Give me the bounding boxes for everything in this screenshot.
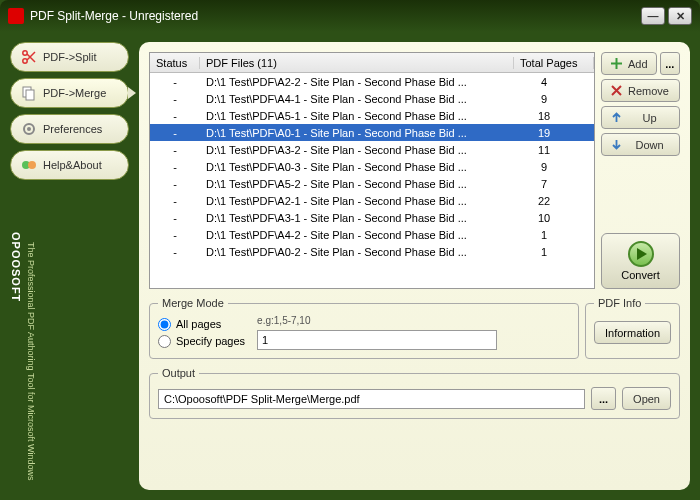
x-icon bbox=[610, 84, 623, 97]
sidebar-item-help[interactable]: Help&About bbox=[10, 150, 129, 180]
app-icon bbox=[8, 8, 24, 24]
sidebar: PDF->Split PDF->Merge Preferences Help&A… bbox=[10, 42, 129, 490]
open-output-button[interactable]: Open bbox=[622, 387, 671, 410]
add-menu-button[interactable]: ... bbox=[660, 52, 680, 75]
specify-pages-input[interactable] bbox=[257, 330, 497, 350]
table-row[interactable]: -D:\1 Test\PDF\A0-1 - Site Plan - Second… bbox=[150, 124, 594, 141]
arrow-up-icon bbox=[610, 111, 623, 124]
radio-specify-pages[interactable]: Specify pages bbox=[158, 335, 245, 348]
convert-label: Convert bbox=[621, 269, 660, 281]
cell-pages: 22 bbox=[514, 195, 594, 207]
radio-specify-input[interactable] bbox=[158, 335, 171, 348]
cell-file: D:\1 Test\PDF\A5-1 - Site Plan - Second … bbox=[200, 110, 514, 122]
cell-pages: 11 bbox=[514, 144, 594, 156]
radio-all-label: All pages bbox=[176, 318, 221, 330]
cell-status: - bbox=[150, 229, 200, 241]
sidebar-label: Help&About bbox=[43, 159, 102, 171]
output-group: Output ... Open bbox=[149, 367, 680, 419]
cell-file: D:\1 Test\PDF\A3-1 - Site Plan - Second … bbox=[200, 212, 514, 224]
cell-pages: 9 bbox=[514, 161, 594, 173]
table-row[interactable]: -D:\1 Test\PDF\A0-3 - Site Plan - Second… bbox=[150, 158, 594, 175]
sidebar-label: PDF->Split bbox=[43, 51, 97, 63]
cell-status: - bbox=[150, 246, 200, 258]
table-row[interactable]: -D:\1 Test\PDF\A5-2 - Site Plan - Second… bbox=[150, 175, 594, 192]
pdf-info-group: PDF Info Information bbox=[585, 297, 680, 359]
svg-rect-3 bbox=[26, 90, 34, 100]
cell-status: - bbox=[150, 93, 200, 105]
titlebar: PDF Split-Merge - Unregistered — ✕ bbox=[0, 0, 700, 32]
window-title: PDF Split-Merge - Unregistered bbox=[30, 9, 638, 23]
cell-file: D:\1 Test\PDF\A4-1 - Site Plan - Second … bbox=[200, 93, 514, 105]
sidebar-label: Preferences bbox=[43, 123, 102, 135]
svg-point-7 bbox=[28, 161, 36, 169]
table-row[interactable]: -D:\1 Test\PDF\A2-2 - Site Plan - Second… bbox=[150, 73, 594, 90]
table-row[interactable]: -D:\1 Test\PDF\A3-1 - Site Plan - Second… bbox=[150, 209, 594, 226]
cell-pages: 10 bbox=[514, 212, 594, 224]
down-label: Down bbox=[628, 139, 671, 151]
cell-status: - bbox=[150, 195, 200, 207]
cell-file: D:\1 Test\PDF\A4-2 - Site Plan - Second … bbox=[200, 229, 514, 241]
sidebar-item-merge[interactable]: PDF->Merge bbox=[10, 78, 129, 108]
svg-point-5 bbox=[27, 127, 31, 131]
arrow-down-icon bbox=[610, 138, 623, 151]
cell-file: D:\1 Test\PDF\A0-3 - Site Plan - Second … bbox=[200, 161, 514, 173]
cell-status: - bbox=[150, 161, 200, 173]
radio-specify-label: Specify pages bbox=[176, 335, 245, 347]
sidebar-item-preferences[interactable]: Preferences bbox=[10, 114, 129, 144]
output-legend: Output bbox=[158, 367, 199, 379]
cell-status: - bbox=[150, 178, 200, 190]
scissors-icon bbox=[21, 49, 37, 65]
cell-file: D:\1 Test\PDF\A2-1 - Site Plan - Second … bbox=[200, 195, 514, 207]
table-row[interactable]: -D:\1 Test\PDF\A3-2 - Site Plan - Second… bbox=[150, 141, 594, 158]
radio-all-pages[interactable]: All pages bbox=[158, 318, 245, 331]
close-button[interactable]: ✕ bbox=[668, 7, 692, 25]
cell-file: D:\1 Test\PDF\A5-2 - Site Plan - Second … bbox=[200, 178, 514, 190]
cell-status: - bbox=[150, 127, 200, 139]
merge-icon bbox=[21, 85, 37, 101]
cell-pages: 4 bbox=[514, 76, 594, 88]
merge-mode-legend: Merge Mode bbox=[158, 297, 228, 309]
radio-all-input[interactable] bbox=[158, 318, 171, 331]
table-row[interactable]: -D:\1 Test\PDF\A4-1 - Site Plan - Second… bbox=[150, 90, 594, 107]
table-row[interactable]: -D:\1 Test\PDF\A2-1 - Site Plan - Second… bbox=[150, 192, 594, 209]
cell-pages: 9 bbox=[514, 93, 594, 105]
output-path-input[interactable] bbox=[158, 389, 585, 409]
col-status[interactable]: Status bbox=[150, 57, 200, 69]
table-row[interactable]: -D:\1 Test\PDF\A4-2 - Site Plan - Second… bbox=[150, 226, 594, 243]
remove-button[interactable]: Remove bbox=[601, 79, 680, 102]
table-row[interactable]: -D:\1 Test\PDF\A0-2 - Site Plan - Second… bbox=[150, 243, 594, 260]
example-text: e.g:1,5-7,10 bbox=[257, 315, 497, 326]
gear-icon bbox=[21, 121, 37, 137]
pdf-info-legend: PDF Info bbox=[594, 297, 645, 309]
minimize-button[interactable]: — bbox=[641, 7, 665, 25]
up-button[interactable]: Up bbox=[601, 106, 680, 129]
col-pages[interactable]: Total Pages bbox=[514, 57, 594, 69]
cell-pages: 1 bbox=[514, 246, 594, 258]
cell-status: - bbox=[150, 212, 200, 224]
information-button[interactable]: Information bbox=[594, 321, 671, 344]
file-table: Status PDF Files (11) Total Pages -D:\1 … bbox=[149, 52, 595, 289]
help-icon bbox=[21, 157, 37, 173]
table-row[interactable]: -D:\1 Test\PDF\A5-1 - Site Plan - Second… bbox=[150, 107, 594, 124]
col-files[interactable]: PDF Files (11) bbox=[200, 57, 514, 69]
main-panel: Status PDF Files (11) Total Pages -D:\1 … bbox=[139, 42, 690, 490]
cell-pages: 18 bbox=[514, 110, 594, 122]
cell-status: - bbox=[150, 144, 200, 156]
file-table-body[interactable]: -D:\1 Test\PDF\A2-2 - Site Plan - Second… bbox=[150, 73, 594, 288]
cell-pages: 19 bbox=[514, 127, 594, 139]
cell-file: D:\1 Test\PDF\A2-2 - Site Plan - Second … bbox=[200, 76, 514, 88]
cell-status: - bbox=[150, 76, 200, 88]
brand-text: OPOOSOFT bbox=[10, 232, 22, 490]
cell-file: D:\1 Test\PDF\A0-2 - Site Plan - Second … bbox=[200, 246, 514, 258]
cell-pages: 1 bbox=[514, 229, 594, 241]
browse-output-button[interactable]: ... bbox=[591, 387, 616, 410]
up-label: Up bbox=[628, 112, 671, 124]
remove-label: Remove bbox=[628, 85, 669, 97]
tagline-text: The Professional PDF Authoring Tool for … bbox=[26, 232, 36, 490]
cell-file: D:\1 Test\PDF\A0-1 - Site Plan - Second … bbox=[200, 127, 514, 139]
convert-button[interactable]: Convert bbox=[601, 233, 680, 289]
down-button[interactable]: Down bbox=[601, 133, 680, 156]
add-button[interactable]: Add bbox=[601, 52, 657, 75]
cell-status: - bbox=[150, 110, 200, 122]
sidebar-item-split[interactable]: PDF->Split bbox=[10, 42, 129, 72]
